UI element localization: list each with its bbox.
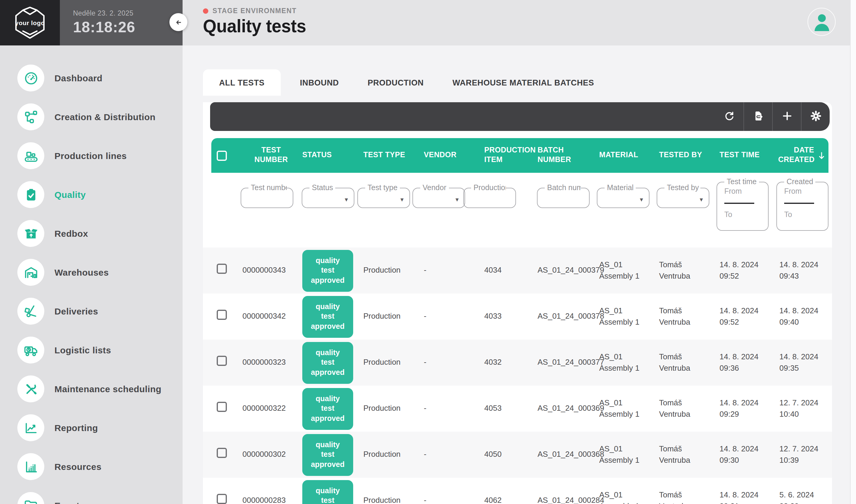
row-checkbox[interactable] bbox=[217, 356, 227, 366]
row-checkbox[interactable] bbox=[217, 494, 227, 504]
cell-tested-by: Tomáš Ventruba bbox=[657, 443, 717, 466]
table-row[interactable]: 0000000322 quality test approved Product… bbox=[203, 385, 832, 432]
filter-from-label[interactable]: From bbox=[722, 187, 763, 195]
cell-test-number: 0000000323 bbox=[241, 357, 302, 368]
col-header-test-type[interactable]: TEST TYPE bbox=[357, 138, 412, 173]
toolbar-settings-button[interactable] bbox=[801, 102, 830, 131]
table-row[interactable]: 0000000283 quality test approved Product… bbox=[203, 478, 832, 504]
user-avatar[interactable] bbox=[807, 8, 836, 36]
logistic-lists-icon bbox=[17, 337, 44, 363]
filter-label: Vendor bbox=[423, 184, 446, 192]
chevron-down-icon[interactable]: ▼ bbox=[344, 197, 349, 203]
tab-label: PRODUCTION bbox=[367, 78, 424, 87]
resources-icon bbox=[17, 453, 44, 480]
environment-label: STAGE ENVIRONMENT bbox=[212, 7, 296, 14]
filter-created-input[interactable]: CreatedFromTo bbox=[776, 178, 828, 231]
cell-test-time: 14. 8. 2024 09:31 bbox=[717, 489, 776, 504]
table-row[interactable]: 0000000302 quality test approved Product… bbox=[203, 432, 832, 478]
table-row[interactable]: 0000000343 quality test approved Product… bbox=[203, 248, 832, 293]
col-header-test-number[interactable]: TEST NUMBER bbox=[241, 138, 302, 173]
filter-material-input[interactable]: Material▼ bbox=[597, 184, 650, 208]
cell-material: AS_01 Assembly 1 bbox=[597, 305, 657, 328]
filter-test-time-input[interactable]: Test timeFromTo bbox=[717, 178, 769, 231]
tab-inbound[interactable]: INBOUND bbox=[290, 69, 348, 96]
row-checkbox[interactable] bbox=[217, 264, 227, 274]
chevron-down-icon[interactable]: ▼ bbox=[454, 197, 460, 203]
sidebar-item-events[interactable]: Events bbox=[0, 486, 183, 504]
filter-label: Test number bbox=[251, 184, 287, 192]
chevron-down-icon[interactable]: ▼ bbox=[639, 197, 644, 203]
col-header-vendor[interactable]: VENDOR bbox=[412, 138, 463, 173]
tab-warehouse-material-batches[interactable]: WAREHOUSE MATERIAL BATCHES bbox=[443, 69, 604, 96]
filter-to-label[interactable]: To bbox=[782, 210, 823, 218]
sidebar-item-creation-distribution[interactable]: Creation & Distribution bbox=[0, 97, 183, 136]
warehouses-icon bbox=[17, 259, 44, 286]
sidebar-item-deliveries[interactable]: Deliveries bbox=[0, 292, 183, 330]
creation-distribution-icon bbox=[17, 104, 44, 130]
sidebar-item-resources[interactable]: Resources bbox=[0, 447, 183, 486]
logo-text: your logo bbox=[15, 19, 45, 26]
table-card: TEST NUMBERSTATUSTEST TYPEVENDORPRODUCTI… bbox=[203, 102, 832, 504]
filter-production-item-input[interactable]: Production item bbox=[463, 184, 516, 208]
row-checkbox[interactable] bbox=[217, 448, 227, 458]
tab-production[interactable]: PRODUCTION bbox=[358, 69, 433, 96]
chevron-down-icon[interactable]: ▼ bbox=[399, 197, 405, 203]
sidebar-item-maintenance-scheduling[interactable]: Maintenance scheduling bbox=[0, 370, 183, 408]
sidebar-item-label: Maintenance scheduling bbox=[54, 384, 161, 394]
filter-test-type-input[interactable]: Test type▼ bbox=[357, 184, 410, 208]
col-header-test-time[interactable]: TEST TIME bbox=[717, 138, 776, 173]
collapse-sidebar-button[interactable] bbox=[169, 13, 187, 31]
filter-tested-by-input[interactable]: Tested by▼ bbox=[657, 184, 709, 208]
topbar: your logo Neděle 23. 2. 2025 18:18:26 bbox=[0, 0, 183, 46]
chevron-down-icon[interactable]: ▼ bbox=[699, 197, 704, 203]
production-lines-icon bbox=[17, 142, 44, 169]
tab-label: INBOUND bbox=[300, 78, 339, 87]
sidebar-item-dashboard[interactable]: Dashboard bbox=[0, 59, 183, 97]
filter-to-label[interactable]: To bbox=[722, 210, 763, 218]
col-header-label: VENDOR bbox=[424, 151, 457, 160]
status-badge: quality test approved bbox=[302, 250, 353, 291]
col-header-tested-by[interactable]: TESTED BY bbox=[657, 138, 717, 173]
row-checkbox[interactable] bbox=[217, 402, 227, 412]
sidebar-item-logistic-lists[interactable]: Logistic lists bbox=[0, 330, 183, 370]
cell-production-item: 4032 bbox=[463, 357, 537, 368]
sidebar-item-production-lines[interactable]: Production lines bbox=[0, 136, 183, 175]
cell-vendor: - bbox=[412, 311, 463, 322]
table-row[interactable]: 0000000342 quality test approved Product… bbox=[203, 293, 832, 340]
cell-test-type: Production bbox=[357, 311, 412, 322]
filter-status-input[interactable]: Status▼ bbox=[302, 184, 354, 208]
cell-vendor: - bbox=[412, 265, 463, 276]
toolbar-refresh-button[interactable] bbox=[715, 102, 743, 131]
redbox-icon bbox=[17, 220, 44, 247]
sidebar-item-label: Resources bbox=[54, 462, 101, 472]
filter-batch-number-input[interactable]: Batch number bbox=[537, 184, 589, 208]
col-header-batch-number[interactable]: BATCH NUMBER bbox=[537, 138, 597, 173]
row-checkbox[interactable] bbox=[217, 310, 227, 320]
table-row[interactable]: 0000000323 quality test approved Product… bbox=[203, 340, 832, 385]
sidebar-item-warehouses[interactable]: Warehouses bbox=[0, 253, 183, 292]
cell-batch-number: AS_01_24_000378 bbox=[537, 311, 597, 322]
toolbar-add-button[interactable] bbox=[772, 102, 801, 131]
toolbar-export-button[interactable] bbox=[743, 102, 772, 131]
dashboard-icon bbox=[17, 65, 44, 91]
sidebar-item-redbox[interactable]: Redbox bbox=[0, 214, 183, 253]
cell-status: quality test approved bbox=[302, 296, 357, 338]
filter-test-number-input[interactable]: Test number bbox=[241, 184, 293, 208]
cell-status: quality test approved bbox=[302, 480, 357, 504]
select-all-checkbox[interactable] bbox=[217, 150, 227, 161]
col-header-production-item[interactable]: PRODUCTION ITEM bbox=[463, 138, 537, 173]
col-header-date-created[interactable]: DATE CREATED bbox=[776, 138, 828, 173]
status-badge: quality test approved bbox=[302, 480, 353, 504]
col-header-status[interactable]: STATUS bbox=[302, 138, 357, 173]
app-logo[interactable]: your logo bbox=[0, 0, 60, 46]
filter-from-label[interactable]: From bbox=[782, 187, 823, 195]
sidebar-item-quality[interactable]: Quality bbox=[0, 175, 183, 214]
scrollbar-track[interactable] bbox=[850, 0, 856, 504]
sort-desc-icon[interactable] bbox=[817, 150, 827, 161]
sidebar-item-reporting[interactable]: Reporting bbox=[0, 408, 183, 447]
col-header-material[interactable]: MATERIAL bbox=[597, 138, 657, 173]
cell-batch-number: AS_01_24_000369 bbox=[537, 403, 597, 414]
cell-batch-number: AS_01_24_000377 bbox=[537, 357, 597, 368]
filter-vendor-input[interactable]: Vendor▼ bbox=[412, 184, 465, 208]
tab-all-tests[interactable]: ALL TESTS bbox=[203, 69, 281, 96]
